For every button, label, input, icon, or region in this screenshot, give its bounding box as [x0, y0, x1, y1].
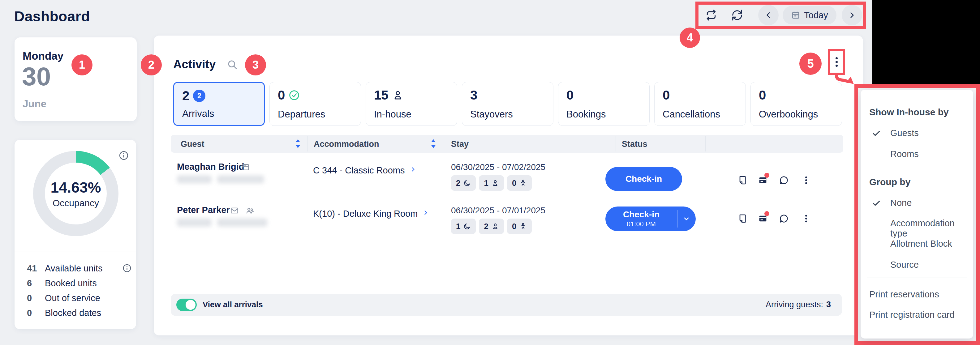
redacted-text [217, 175, 264, 183]
next-day-button[interactable] [842, 5, 862, 25]
arriving-count: 3 [826, 300, 831, 309]
check-in-button[interactable]: Check-in [605, 167, 682, 191]
note-icon[interactable] [738, 214, 748, 224]
adults-count: 1 [484, 178, 488, 188]
check-in-main[interactable]: Check-in 01:00 PM [606, 210, 677, 228]
annotation-marker-4: 4 [679, 27, 700, 48]
stat-label: Out of service [45, 293, 100, 303]
date-day: 30 [22, 62, 51, 92]
accommodation-link[interactable]: C 344 - Classic Rooms [313, 165, 416, 176]
guest-name[interactable]: Peter Parker [177, 205, 230, 215]
tab-count: 0 [566, 88, 574, 103]
sort-icon[interactable] [430, 139, 437, 149]
tab-count: 0 [663, 88, 670, 103]
toggle-label: View all arrivals [203, 300, 263, 310]
row-kebab-icon[interactable] [801, 214, 811, 224]
tab-label: In-house [374, 109, 411, 120]
menu-item-print-reservations[interactable]: Print reservations [869, 289, 939, 300]
info-icon[interactable] [122, 263, 132, 273]
adults-pill: 2 [479, 219, 504, 234]
menu-section-title: Show In-house by [869, 107, 949, 118]
chevron-down-icon [683, 215, 690, 223]
tab-count: 0 [759, 88, 766, 103]
check-in-split-button[interactable]: Check-in 01:00 PM [605, 207, 696, 231]
refresh-icon[interactable] [731, 9, 743, 21]
menu-item-none[interactable]: None [890, 198, 912, 208]
tab-overbookings[interactable]: 0 Overbookings [751, 82, 842, 126]
date-weekday: Monday [22, 50, 64, 62]
tab-count: 0 [278, 88, 285, 103]
stat-label: Booked units [45, 278, 97, 288]
menu-item-accommodation-type[interactable]: Accommodation type [890, 218, 973, 238]
chat-icon[interactable] [779, 175, 789, 185]
column-guest: Guest [181, 140, 204, 149]
tab-cancellations[interactable]: 0 Cancellations [654, 82, 746, 126]
occupancy-card: 14.63% Occupancy 41 Available units 6 Bo… [14, 140, 136, 329]
activity-card: Activity 2 2 Arrivals 0 Departures [154, 35, 863, 335]
arrivals-footer-bar: View all arrivals Arriving guests:3 [171, 294, 842, 316]
note-icon[interactable] [738, 175, 748, 185]
stay-dates: 06/30/2025 - 07/02/2025 [451, 162, 546, 172]
adults-pill: 1 [479, 175, 504, 191]
accommodation-link[interactable]: K(10) - Deluxe King Room [313, 209, 429, 219]
child-icon [519, 223, 527, 230]
tab-bookings[interactable]: 0 Bookings [558, 82, 650, 126]
check-in-label: Check-in [623, 210, 660, 219]
tab-count: 15 [374, 88, 388, 103]
tab-label: Cancellations [663, 109, 720, 120]
sort-icon[interactable] [294, 139, 301, 149]
chevron-right-icon [848, 11, 856, 19]
tab-label: Bookings [566, 109, 606, 120]
menu-item-guests[interactable]: Guests [890, 128, 919, 138]
search-icon[interactable] [227, 59, 238, 70]
tab-stayovers[interactable]: 3 Stayovers [462, 82, 554, 126]
annotation-marker-2: 2 [141, 54, 162, 75]
nights-pill: 2 [451, 175, 476, 191]
tab-departures[interactable]: 0 Departures [269, 82, 361, 126]
tab-label: Departures [278, 109, 325, 120]
menu-item-print-registration-card[interactable]: Print registration card [869, 310, 955, 320]
redacted-text [177, 175, 212, 183]
chevron-right-icon [423, 210, 429, 218]
check-in-dropdown[interactable] [678, 215, 695, 223]
chat-icon[interactable] [779, 214, 789, 224]
today-button[interactable]: Today [783, 6, 837, 24]
stat-label: Available units [45, 263, 102, 273]
current-date-card: Monday 30 June [14, 37, 137, 121]
check-in-label: Check-in [625, 174, 662, 184]
menu-item-rooms[interactable]: Rooms [890, 149, 919, 159]
previous-day-button[interactable] [758, 5, 779, 25]
guest-name[interactable]: Meaghan Brigid [177, 162, 244, 172]
menu-item-source[interactable]: Source [890, 260, 919, 270]
annotation-marker-3: 3 [245, 54, 266, 75]
children-pill: 0 [507, 175, 532, 191]
info-icon[interactable] [118, 150, 129, 161]
row-kebab-icon[interactable] [801, 175, 811, 185]
kebab-icon [835, 56, 838, 68]
stat-available-units: 41 Available units [14, 263, 136, 276]
annotation-marker-1: 1 [72, 54, 92, 75]
activity-options-menu-button[interactable] [828, 49, 845, 75]
annotation-marker-5: 5 [799, 52, 822, 75]
nights-count: 2 [456, 178, 460, 188]
child-icon [519, 179, 527, 187]
stat-value: 41 [27, 263, 37, 273]
children-count: 0 [512, 178, 516, 188]
repeat-icon[interactable] [705, 9, 717, 21]
menu-section-title: Group by [869, 177, 910, 188]
view-all-arrivals-toggle[interactable] [176, 299, 197, 311]
moon-icon [463, 179, 471, 187]
occupancy-percent: 14.63% [51, 179, 101, 196]
stay-details: 1 2 0 [451, 219, 532, 234]
tab-arrivals[interactable]: 2 2 Arrivals [173, 82, 265, 126]
page-title: Dashboard [14, 8, 90, 25]
options-dropdown-menu: Show In-house by Guests Rooms Group by N… [861, 90, 973, 339]
activity-title: Activity [173, 58, 216, 71]
check-icon [872, 129, 881, 138]
calendar-icon [791, 11, 800, 20]
moon-icon [463, 223, 471, 230]
menu-item-allotment-block[interactable]: Allotment Block [890, 238, 952, 249]
check-in-time: 01:00 PM [627, 220, 656, 228]
occupancy-label: Occupancy [52, 198, 99, 208]
tab-in-house[interactable]: 15 In-house [366, 82, 457, 126]
